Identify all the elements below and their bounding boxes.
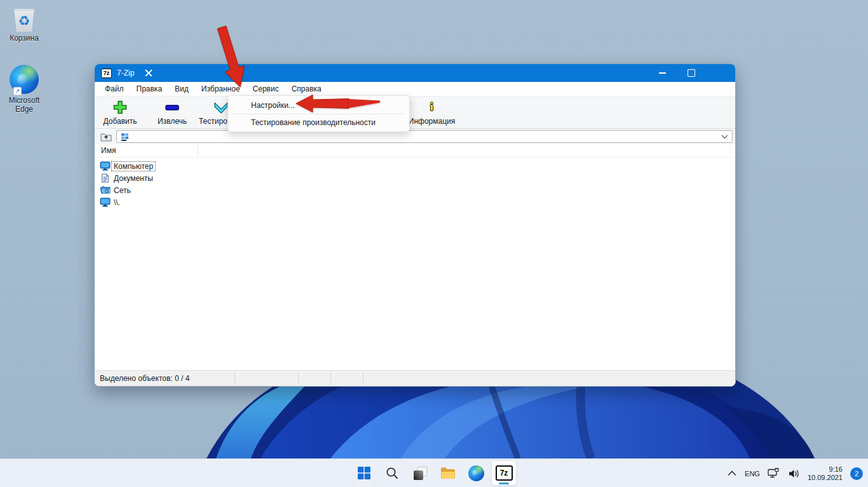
network-icon	[100, 185, 111, 196]
window-title: 7-Zip	[117, 69, 134, 77]
column-separator[interactable]	[198, 145, 198, 156]
column-header-name[interactable]: Имя	[95, 146, 116, 155]
item-name: Документы	[114, 174, 153, 183]
computer-icon	[100, 161, 111, 171]
search-button[interactable]	[379, 460, 405, 486]
address-combobox[interactable]	[116, 130, 733, 143]
toolbar: Добавить Извлечь Тестировать i Информаци…	[95, 97, 735, 129]
edge-icon	[468, 465, 484, 481]
menu-option-benchmark[interactable]: Тестирование производительности	[228, 114, 409, 131]
item-name: Компьютер	[112, 162, 155, 171]
file-explorer-button[interactable]	[435, 460, 461, 486]
language-indicator[interactable]: ENG	[745, 470, 760, 477]
add-button[interactable]: Добавить	[97, 98, 143, 127]
menu-item-view[interactable]: Вид	[168, 82, 195, 96]
file-list: Компьютер Документы Сеть \\.	[95, 157, 735, 370]
desktop-icon-label: Корзина	[4, 34, 44, 43]
7zip-window: 7z 7-Zip Файл Правка Вид Избранное Серви…	[94, 63, 736, 387]
up-one-level-button[interactable]	[98, 130, 114, 143]
shortcut-arrow-icon: ↗	[13, 87, 22, 95]
menu-item-help[interactable]: Справка	[285, 82, 328, 96]
chevron-down-icon	[721, 135, 728, 139]
list-item-network[interactable]: Сеть	[95, 184, 735, 196]
status-text: Выделено объектов: 0 / 4	[95, 371, 735, 386]
tray-date: 10.09.2021	[808, 474, 843, 482]
menu-item-favorites[interactable]: Избранное	[195, 82, 247, 96]
item-name: Сеть	[114, 186, 131, 195]
menubar: Файл Правка Вид Избранное Сервис Справка	[95, 82, 735, 97]
7zip-icon: 7z	[496, 465, 513, 481]
list-item-root-share[interactable]: \\.	[95, 196, 735, 208]
7zip-app-icon: 7z	[101, 69, 112, 78]
close-button[interactable]	[134, 64, 163, 82]
tray-chevron-up-icon[interactable]	[727, 469, 737, 478]
info-icon: i	[430, 100, 433, 113]
desktop-icon-label: Microsoft Edge	[4, 96, 44, 114]
maximize-button[interactable]	[677, 64, 706, 82]
task-view-button[interactable]	[407, 460, 433, 486]
taskbar: 7z ENG 9:16 10.09.2021 2	[0, 458, 868, 487]
menu-item-edit[interactable]: Правка	[130, 82, 169, 96]
minus-icon	[164, 100, 180, 114]
windows-logo-icon	[357, 466, 371, 480]
computer-icon	[100, 197, 111, 208]
search-icon	[385, 466, 399, 480]
address-row	[95, 129, 735, 144]
start-button[interactable]	[351, 460, 377, 486]
network-icon[interactable]	[768, 468, 780, 479]
sevenzip-taskbar-button[interactable]: 7z	[491, 460, 517, 486]
info-button[interactable]: i Информация	[408, 98, 456, 127]
desktop-icon-recycle-bin[interactable]: ♻ Корзина	[4, 8, 44, 43]
list-item-documents[interactable]: Документы	[95, 172, 735, 184]
edge-button[interactable]	[463, 460, 489, 486]
menu-option-settings[interactable]: Настройки...	[228, 97, 409, 114]
desktop-icon-edge[interactable]: ↗ Microsoft Edge	[4, 65, 44, 114]
list-header: Имя	[95, 144, 735, 157]
menu-item-file[interactable]: Файл	[98, 82, 130, 96]
tools-dropdown-menu: Настройки... Тестирование производительн…	[227, 95, 410, 132]
titlebar[interactable]: 7z 7-Zip	[95, 64, 735, 82]
document-icon	[100, 173, 111, 183]
recycle-bin-icon: ♻	[13, 8, 35, 32]
tray-time: 9:16	[808, 465, 843, 474]
menu-item-tools[interactable]: Сервис	[247, 82, 285, 96]
check-chevron-icon	[213, 100, 229, 114]
task-view-icon	[413, 466, 428, 481]
notification-badge[interactable]: 2	[850, 467, 863, 480]
volume-icon[interactable]	[788, 469, 800, 479]
statusbar: Выделено объектов: 0 / 4	[95, 370, 735, 386]
clock[interactable]: 9:16 10.09.2021	[808, 465, 843, 482]
computer-root-icon	[121, 133, 130, 141]
item-name: \\.	[114, 198, 120, 207]
extract-button[interactable]: Извлечь	[149, 98, 195, 127]
folder-icon	[440, 467, 456, 479]
folder-up-icon	[100, 131, 112, 142]
minimize-button[interactable]	[648, 64, 677, 82]
list-item-computer[interactable]: Компьютер	[95, 160, 735, 172]
plus-icon	[113, 100, 127, 114]
